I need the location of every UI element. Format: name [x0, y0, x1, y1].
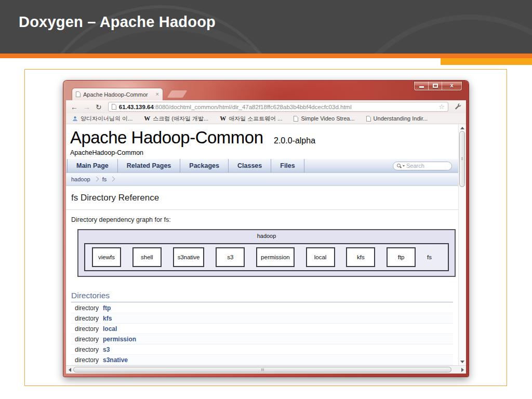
minimize-button[interactable] — [414, 82, 428, 90]
graph-node-shell[interactable]: shell — [132, 247, 162, 267]
browser-window: x Apache Hadoop-Commor × ← → ↻ 61.43.139… — [63, 81, 469, 377]
breadcrumb-hadoop[interactable]: hadoop — [71, 176, 90, 182]
tab-files[interactable]: Files — [271, 159, 304, 172]
close-button[interactable]: x — [442, 82, 462, 90]
dependency-graph: hadoop viewfs shell s3native s3 permissi… — [77, 229, 456, 277]
graph-node-ftp[interactable]: ftp — [387, 247, 416, 267]
tab-classes[interactable]: Classes — [229, 159, 271, 172]
bookmarks-bar: 양디자이너님의 이... W 스크럼 (애자일 개발... W 애자일 소프트웨… — [66, 113, 466, 124]
browser-toolbar: ← → ↻ 61.43.139.64:8080/dochtml_common/h… — [66, 100, 466, 113]
table-row: directorypermission — [71, 334, 453, 344]
url-host: 61.43.139.64 — [119, 104, 154, 110]
table-row: directoryftp — [71, 303, 453, 313]
dir-kind: directory — [71, 334, 101, 344]
bookmark-label: Understanding Indir... — [374, 115, 428, 122]
wikipedia-icon: W — [220, 115, 226, 123]
tab-main-page[interactable]: Main Page — [67, 159, 118, 172]
directories-heading: Directories — [71, 291, 453, 302]
dir-link-s3native[interactable]: s3native — [101, 355, 453, 365]
dir-kind: directory — [71, 313, 101, 324]
reload-icon[interactable]: ↻ — [94, 103, 103, 111]
graph-node-s3native[interactable]: s3native — [173, 247, 205, 267]
graph-caption: Directory dependency graph for fs: — [71, 216, 453, 223]
window-controls: x — [414, 82, 462, 90]
window-inner: ← → ↻ 61.43.139.64:8080/dochtml_common/h… — [66, 100, 466, 374]
new-tab-button[interactable] — [167, 90, 188, 98]
graph-node-permission[interactable]: permission — [256, 247, 295, 267]
page-icon — [112, 104, 116, 110]
bookmark-item[interactable]: 양디자이너님의 이... — [72, 115, 132, 123]
bookmark-item[interactable]: W 스크럼 (애자일 개발... — [144, 115, 208, 123]
graph-node-kfs[interactable]: kfs — [346, 247, 375, 267]
wrench-menu-icon[interactable] — [453, 102, 463, 112]
chevron-right-icon — [94, 177, 99, 182]
wikipedia-icon: W — [144, 115, 150, 123]
table-row: directorykfs — [71, 313, 453, 324]
graph-label-fs: fs — [427, 254, 441, 260]
dir-link-local[interactable]: local — [101, 324, 453, 334]
dir-kind: directory — [71, 355, 101, 365]
table-row: directorys3native — [71, 355, 453, 365]
address-bar[interactable]: 61.43.139.64:8080/dochtml_common/html/di… — [108, 102, 448, 112]
search-input[interactable] — [406, 163, 443, 169]
vertical-scroll-thumb[interactable] — [459, 131, 465, 187]
graph-node-local[interactable]: local — [306, 247, 335, 267]
directories-table: directoryftp directorykfs directorylocal… — [71, 303, 453, 365]
url-path: :8080/dochtml_common/html/dir_47a82f18ff… — [154, 104, 352, 110]
dir-link-kfs[interactable]: kfs — [101, 313, 453, 324]
scroll-right-button[interactable] — [459, 366, 466, 374]
browser-tab[interactable]: Apache Hadoop-Commor × — [72, 88, 163, 100]
horizontal-scroll-thumb[interactable] — [73, 367, 451, 373]
tab-related-pages[interactable]: Related Pages — [118, 159, 180, 172]
vertical-scrollbar[interactable] — [458, 124, 466, 365]
accent-bar — [0, 54, 532, 58]
person-icon — [72, 116, 78, 122]
dir-kind: directory — [71, 303, 101, 313]
scroll-up-button[interactable] — [459, 124, 466, 131]
bookmark-item[interactable]: Simple Video Strea... — [294, 115, 354, 122]
dir-kind: directory — [71, 324, 101, 334]
bookmark-item[interactable]: Understanding Indir... — [366, 115, 428, 122]
project-version: 2.0.0-alpha — [274, 136, 315, 145]
page-icon — [366, 116, 371, 122]
graph-node-s3[interactable]: s3 — [216, 247, 245, 267]
dir-kind: directory — [71, 344, 101, 355]
dir-link-ftp[interactable]: ftp — [101, 303, 453, 313]
bookmark-label: 양디자이너님의 이... — [81, 115, 132, 123]
back-icon[interactable]: ← — [69, 103, 79, 111]
url-text: 61.43.139.64:8080/dochtml_common/html/di… — [119, 104, 436, 110]
page-title: fs Directory Reference — [66, 186, 458, 210]
bookmark-item[interactable]: W 애자일 소프트웨어 ... — [220, 115, 282, 123]
tab-close-icon[interactable]: × — [156, 91, 159, 97]
maximize-button[interactable] — [428, 82, 442, 90]
arrow-left-icon — [69, 368, 71, 372]
bookmark-star-icon[interactable]: ☆ — [438, 103, 445, 110]
bookmark-label: Simple Video Strea... — [301, 115, 354, 122]
slide: Doxygen – Apache Hadoop x Apache Hadoop-… — [0, 0, 532, 399]
decor-arc — [335, 15, 532, 54]
forward-icon[interactable]: → — [82, 103, 92, 111]
table-row: directorys3 — [71, 344, 453, 355]
search-icon — [397, 164, 401, 168]
tab-title: Apache Hadoop-Commor — [83, 91, 153, 98]
search-box[interactable] — [393, 162, 452, 170]
graph-node-hadoop[interactable]: hadoop — [78, 230, 455, 239]
table-row: directorylocal — [71, 324, 453, 334]
arrow-right-icon — [461, 368, 464, 372]
scroll-left-button[interactable] — [66, 366, 73, 374]
breadcrumb-fs[interactable]: fs — [102, 176, 107, 182]
accent-bar-right — [441, 58, 532, 65]
slide-title: Doxygen – Apache Hadoop — [19, 14, 216, 31]
slide-header: Doxygen – Apache Hadoop — [0, 0, 532, 54]
bookmark-label: 스크럼 (애자일 개발... — [153, 115, 208, 123]
dir-link-s3[interactable]: s3 — [101, 344, 453, 355]
scroll-down-button[interactable] — [459, 358, 466, 365]
tab-packages[interactable]: Packages — [180, 159, 229, 172]
graph-node-viewfs[interactable]: viewfs — [92, 247, 121, 267]
graph-cluster-fs: viewfs shell s3native s3 permission loca… — [84, 243, 449, 271]
breadcrumb: hadoop fs — [66, 173, 458, 186]
dir-link-permission[interactable]: permission — [101, 334, 453, 344]
horizontal-scrollbar[interactable] — [66, 365, 466, 374]
bookmark-label: 애자일 소프트웨어 ... — [229, 115, 282, 123]
page-icon — [294, 116, 298, 122]
